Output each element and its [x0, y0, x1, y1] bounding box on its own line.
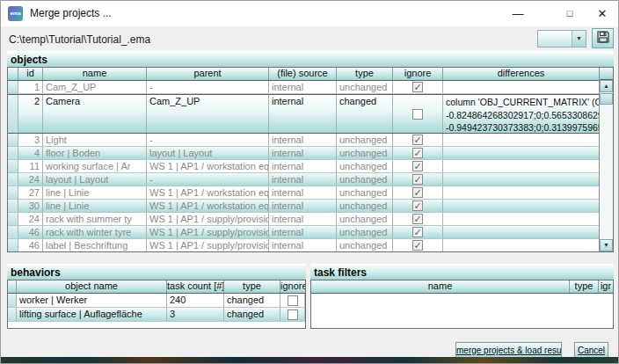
objects-vertical-scrollbar[interactable]: ▲ ▼: [599, 68, 613, 251]
ignore-checkbox-checked[interactable]: ✓: [412, 148, 423, 158]
objects-table-row[interactable]: 46label | BeschriftungWS 1 | AP1 / suppl…: [8, 239, 599, 251]
column-header-task-count[interactable]: task count [#]: [167, 280, 224, 293]
objects-table-row[interactable]: 46rack with winter tyreWS 1 | AP1 / supp…: [8, 226, 599, 239]
cell-name: line | Linie: [43, 186, 147, 199]
objects-table-row[interactable]: 24rack with summer tyWS 1 | AP1 / supply…: [8, 213, 599, 226]
ignore-checkbox-checked[interactable]: ✓: [412, 161, 423, 171]
ignore-checkbox-unchecked[interactable]: [288, 295, 298, 306]
behaviors-table-row[interactable]: worker | Werker240changed: [8, 294, 305, 308]
ignore-cell: [280, 294, 305, 307]
scroll-up-icon[interactable]: ▲: [600, 80, 613, 92]
scrollbar-thumb[interactable]: [600, 93, 613, 105]
cell-type: changed: [224, 308, 280, 321]
cell-name: rack with winter tyre: [43, 226, 147, 238]
scrollbar-header-cap: [600, 68, 613, 80]
column-header-ignore[interactable]: ignore: [393, 68, 443, 80]
close-button[interactable]: ✕: [585, 1, 619, 26]
objects-table-row[interactable]: 3Light-internalunchanged✓: [8, 134, 599, 147]
cell-id: 3: [18, 134, 43, 146]
cell-differences: [443, 160, 599, 172]
cell-source: internal: [269, 200, 337, 212]
behaviors-table-body: worker | Werker240changedlifting surface…: [8, 294, 305, 322]
cell-parent: WS 1 | AP1 / supply/provision of n: [147, 226, 269, 238]
ignore-checkbox-checked[interactable]: ✓: [412, 135, 423, 145]
ignore-checkbox-unchecked[interactable]: [412, 109, 423, 120]
objects-table-row[interactable]: 11working surface | ArWS 1 | AP1 / works…: [8, 160, 599, 173]
cell-parent: WS 1 | AP1 / workstation equipme: [147, 200, 269, 212]
column-header-type[interactable]: type: [337, 68, 393, 80]
cell-id: 46: [18, 226, 43, 238]
column-header-parent[interactable]: parent: [147, 68, 269, 80]
merge-projects-dialog: ema Merge projects ... — □ ✕ C:\temp\Tut…: [0, 0, 619, 364]
cell-source: internal: [269, 147, 337, 159]
ignore-checkbox-checked[interactable]: ✓: [412, 174, 423, 185]
column-header-rowstrip: [8, 280, 17, 293]
column-header-source[interactable]: (file) source: [269, 68, 337, 80]
ignore-cell: ✓: [393, 160, 443, 172]
ignore-checkbox-checked[interactable]: ✓: [412, 82, 423, 92]
file-path-label: C:\temp\Tutorial\Tutorial_.ema: [9, 33, 150, 46]
ignore-checkbox-checked[interactable]: ✓: [412, 227, 423, 237]
ignore-checkbox-unchecked[interactable]: [288, 309, 298, 320]
column-header-differences[interactable]: differences: [443, 68, 599, 80]
row-selector-strip: [8, 173, 18, 186]
ema-app-icon: ema: [8, 6, 23, 21]
cell-object-name: lifting surface | Auflagefläche: [17, 308, 167, 321]
ignore-cell: ✓: [393, 186, 443, 199]
cell-id: 24: [18, 173, 43, 186]
objects-table-row[interactable]: 27line | LinieWS 1 | AP1 / workstation e…: [8, 186, 599, 200]
objects-table-row[interactable]: 1Cam_Z_UP-internalunchanged✓: [8, 81, 599, 94]
ignore-checkbox-checked[interactable]: ✓: [412, 240, 423, 251]
behaviors-table-row[interactable]: lifting surface | Auflagefläche3changed: [8, 308, 305, 322]
cell-type: unchanged: [337, 134, 393, 146]
ignore-cell: ✓: [393, 226, 443, 238]
ignore-checkbox-checked[interactable]: ✓: [412, 214, 423, 224]
column-header-ignore[interactable]: igr: [599, 280, 613, 293]
column-header-object-name[interactable]: object name: [17, 280, 167, 293]
ignore-checkbox-checked[interactable]: ✓: [412, 187, 423, 198]
cell-source: internal: [269, 213, 337, 225]
cell-parent: Cam_Z_UP: [147, 95, 269, 133]
scroll-down-icon[interactable]: ▼: [600, 239, 613, 251]
objects-table-row[interactable]: 2CameraCam_Z_UPinternalchangedcolumn 'OB…: [8, 94, 599, 134]
task-filters-section-header: task filters: [310, 264, 614, 280]
row-selector-strip: [8, 308, 17, 321]
cell-type: unchanged: [337, 186, 393, 199]
cell-name: line | Linie: [43, 200, 147, 212]
column-header-type[interactable]: type: [224, 280, 280, 293]
column-header-type[interactable]: type: [570, 280, 599, 293]
cell-differences: [443, 200, 599, 212]
chevron-down-icon[interactable]: ▼: [572, 31, 586, 47]
column-header-name[interactable]: name: [311, 280, 570, 293]
cell-differences: column 'OBJ_CURRENT_MATRIX' (OBJ_CURRENT…: [443, 95, 599, 133]
cell-type: unchanged: [337, 160, 393, 172]
cell-parent: -: [147, 134, 269, 146]
cell-type: changed: [337, 95, 393, 133]
column-header-name[interactable]: name: [43, 68, 147, 80]
ignore-checkbox-checked[interactable]: ✓: [412, 200, 423, 211]
row-selector-strip: [8, 160, 18, 172]
window-title: Merge projects ...: [30, 7, 112, 19]
save-button[interactable]: [592, 28, 614, 48]
minimize-button[interactable]: —: [499, 1, 537, 26]
cell-name: floor | Boden: [43, 147, 147, 159]
cell-differences: [443, 186, 599, 199]
row-selector-strip: [8, 147, 18, 159]
ignore-cell: [280, 308, 305, 321]
objects-table-row[interactable]: 30line | LinieWS 1 | AP1 / workstation e…: [8, 200, 599, 213]
scrollbar-track[interactable]: [600, 105, 613, 239]
cell-source: internal: [269, 173, 337, 186]
objects-table-row[interactable]: 24layout | Layout-internalunchanged✓: [8, 173, 599, 186]
objects-table-row[interactable]: 4floor | Bodenlayout | Layoutinternalunc…: [8, 147, 599, 160]
cell-parent: layout | Layout: [147, 147, 269, 159]
behaviors-section-header: behaviors: [7, 264, 306, 280]
cell-parent: WS 1 | AP1 / workstation equipme: [147, 186, 269, 199]
cell-source: internal: [269, 186, 337, 199]
row-selector-strip: [8, 239, 18, 251]
column-header-ignore[interactable]: ignore: [280, 280, 305, 293]
column-header-id[interactable]: id: [18, 68, 43, 80]
row-selector-strip: [8, 200, 18, 212]
version-combobox[interactable]: ▼: [537, 30, 586, 47]
cell-id: 2: [18, 95, 43, 133]
maximize-button[interactable]: □: [551, 1, 588, 26]
